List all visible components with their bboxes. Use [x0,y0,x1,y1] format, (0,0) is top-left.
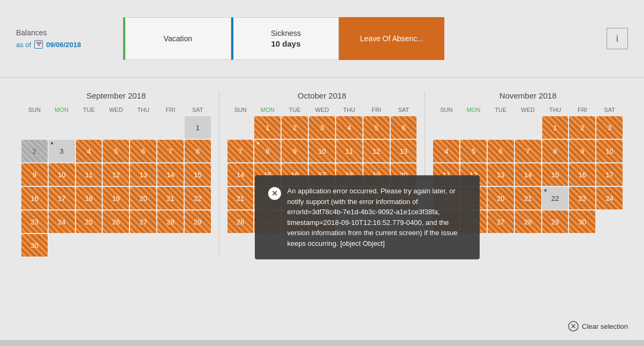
day-cell[interactable]: 2 [282,116,308,139]
nov-header-wed: WED [515,106,541,114]
day-cell[interactable]: 30 [569,210,595,233]
day-cell[interactable]: 18 [76,187,102,209]
day-cell[interactable]: 14 [228,163,254,186]
oct-header-sat: SAT [391,106,417,114]
day-cell[interactable]: 26 [103,210,129,233]
day-cell [433,116,459,139]
day-cell[interactable]: 5 [103,140,129,162]
nov-header-fri: FRI [569,106,595,114]
sep-header-sat: SAT [185,106,211,114]
day-cell[interactable]: 30 [21,234,48,257]
day-cell[interactable]: 5 [460,140,487,162]
day-cell[interactable]: *22 [542,187,569,209]
day-cell[interactable]: 24 [596,187,623,209]
day-cell[interactable]: 9 [282,140,308,162]
day-cell[interactable]: 12 [103,163,129,186]
tab-leave-of-absence[interactable]: Leave Of Absenc... [339,17,444,60]
day-cell[interactable]: 9 [569,140,595,162]
day-cell[interactable]: 2 [21,140,48,162]
day-cell[interactable]: 14 [515,163,541,186]
day-cell[interactable]: 20 [488,187,514,209]
day-cell[interactable]: 15 [185,163,211,186]
day-cell[interactable]: *8 [254,140,281,162]
day-cell[interactable]: 7 [515,140,541,162]
day-cell[interactable]: 27 [488,210,514,233]
day-cell [130,116,156,139]
day-cell[interactable]: 23 [569,187,595,209]
day-cell[interactable]: 11 [336,140,362,162]
day-cell[interactable]: 5 [363,116,390,139]
day-cell[interactable]: 28 [157,210,184,233]
day-cell[interactable]: 2 [569,116,595,139]
sep-header-wed: WED [103,106,129,114]
day-cell[interactable]: 6 [391,116,417,139]
day-cell[interactable]: 23 [21,210,48,233]
clear-selection-button[interactable]: Clear selection [568,321,628,332]
day-cell[interactable]: 17 [596,163,623,186]
day-cell[interactable]: 12 [363,140,390,162]
day-cell[interactable]: 1 [542,116,569,139]
tab-sickness[interactable]: Sickness 10 days [231,17,339,60]
day-cell[interactable]: 6 [488,140,514,162]
day-cell[interactable]: 28 [515,210,541,233]
day-cell[interactable]: 21 [228,187,254,209]
day-cell [21,116,48,139]
day-cell[interactable]: 9 [21,163,48,186]
day-cell[interactable]: 21 [157,187,184,209]
day-cell[interactable]: 13 [391,140,417,162]
tab-vacation[interactable]: Vacation [123,17,231,60]
day-cell[interactable]: 29 [185,210,211,233]
day-cell[interactable]: 15 [542,163,569,186]
day-cell[interactable]: 13 [488,163,514,186]
clear-selection-label: Clear selection [582,322,628,330]
day-cell [488,116,514,139]
day-cell [49,116,75,139]
day-cell[interactable]: 8 [542,140,569,162]
day-cell[interactable]: 11 [76,163,102,186]
day-cell[interactable]: 4 [433,140,459,162]
day-cell[interactable]: 10 [596,140,623,162]
day-cell[interactable]: 6 [130,140,156,162]
day-cell [157,234,184,257]
day-cell [76,234,102,257]
day-cell[interactable]: 17 [49,187,75,209]
day-cell [228,116,254,139]
as-of-label: as of [16,41,31,49]
day-cell[interactable]: 10 [49,163,75,186]
day-cell[interactable]: 7 [228,140,254,162]
day-cell[interactable]: 10 [309,140,335,162]
day-cell[interactable]: 16 [569,163,595,186]
day-cell[interactable]: 22 [185,187,211,209]
day-cell[interactable]: 3 [596,116,623,139]
day-cell[interactable]: 21 [515,187,541,209]
day-cell [185,234,211,257]
day-cell[interactable]: 28 [228,210,254,233]
day-cell[interactable]: 24 [49,210,75,233]
day-cell[interactable]: 8 [185,140,211,162]
balances-label: Balances [16,28,112,37]
day-cell[interactable]: 16 [21,187,48,209]
day-cell [130,234,156,257]
day-cell[interactable]: 3 [309,116,335,139]
day-cell[interactable]: 4 [336,116,362,139]
day-cell [460,116,487,139]
day-cell[interactable]: 14 [157,163,184,186]
day-cell[interactable]: 4 [76,140,102,162]
day-cell[interactable]: 20 [130,187,156,209]
day-cell[interactable]: 29 [542,210,569,233]
nov-header-sat: SAT [596,106,623,114]
day-cell[interactable]: 27 [130,210,156,233]
day-cell[interactable]: 19 [103,187,129,209]
day-cell[interactable]: *3 [49,140,75,162]
error-close-icon[interactable]: ✕ [268,187,281,200]
september-title: September 2018 [21,91,211,100]
day-cell[interactable]: 7 [157,140,184,162]
tab-leave-label: Leave Of Absenc... [360,34,423,43]
info-button[interactable]: i [607,28,628,49]
day-cell [76,116,102,139]
day-cell[interactable]: 25 [76,210,102,233]
day-cell[interactable]: 1 [185,116,211,139]
day-cell[interactable]: 1 [254,116,281,139]
nov-header-thu: THU [542,106,569,114]
day-cell[interactable]: 13 [130,163,156,186]
